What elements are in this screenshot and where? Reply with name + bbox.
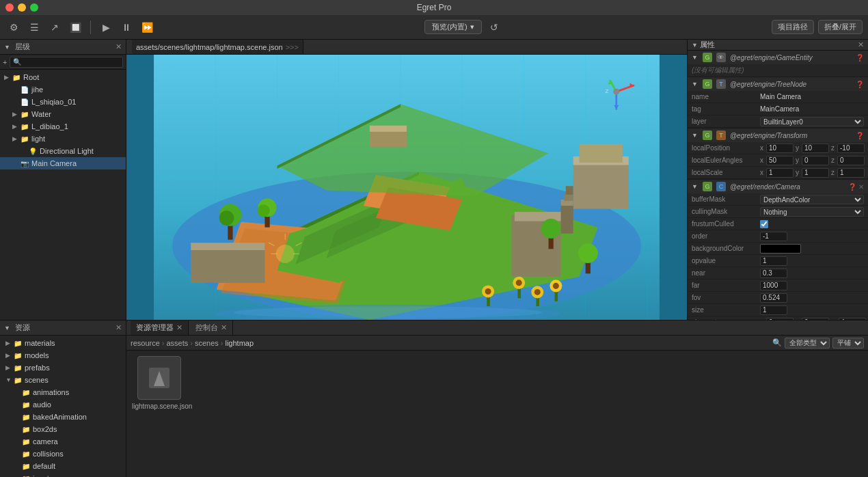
preview-button[interactable]: 预览(内置) ▾	[424, 20, 481, 34]
folder-path-button[interactable]: 项目路径	[772, 20, 814, 34]
tree-item-dirlight[interactable]: 💡 Directional Light	[0, 145, 126, 157]
tree-item-light[interactable]: ▶ 📁 light	[0, 133, 126, 145]
folder-default[interactable]: 📁 default	[0, 460, 126, 472]
ls-x-input[interactable]	[766, 168, 794, 178]
main-area: ▼ 层级 ✕ + ▶ 📁 Root 📄 jihe 📄 L_shiqiao_01	[0, 40, 868, 320]
folder-icon-default: 📁	[22, 463, 31, 470]
folder-models[interactable]: ▶ 📁 models	[0, 349, 126, 362]
folder-arrow-prefabs: ▶	[5, 364, 14, 371]
size-row: size	[688, 304, 868, 316]
refresh-button[interactable]: ↺	[486, 19, 502, 36]
treenode-header[interactable]: ▼ G T @egret/engine/TreeNode ❓	[688, 77, 868, 91]
ls-z-input[interactable]	[837, 168, 865, 178]
folder-box2ds[interactable]: 📁 box2ds	[0, 423, 126, 435]
buffermask-select[interactable]: DepthAndColor	[760, 195, 864, 204]
breadcrumb-resource[interactable]: resource	[131, 339, 160, 347]
tab-asset-manager[interactable]: 资源管理器 ✕	[131, 321, 189, 335]
gameentity-collapse-icon: ▼	[692, 54, 698, 61]
scene-viewport[interactable]: Z	[126, 55, 687, 320]
le-z-label: z	[831, 156, 835, 164]
asset-type-filter[interactable]: 全部类型	[785, 338, 830, 349]
order-input[interactable]	[760, 232, 787, 241]
svg-rect-49	[573, 159, 629, 208]
tab-console[interactable]: 控制台 ✕	[190, 321, 233, 335]
hierarchy-search[interactable]	[10, 57, 123, 68]
viewport-tab-item[interactable]: assets/scenes/lightmap/lightmap.scene.js…	[132, 40, 303, 54]
treenode-layer-select[interactable]: BuiltinLayer0	[760, 117, 864, 126]
transform-icons: ❓	[856, 132, 864, 139]
transform-header[interactable]: ▼ G T @egret/engine/Transform ❓	[688, 128, 868, 142]
viewport-panel: assets/scenes/lightmap/lightmap.scene.js…	[126, 40, 687, 320]
svg-point-39	[516, 280, 522, 286]
folder-audio[interactable]: 📁 audio	[0, 398, 126, 411]
tree-item-maincam[interactable]: 📷 Main Camera	[0, 157, 126, 169]
toolbar-icon-7[interactable]: ⏩	[139, 19, 155, 36]
near-input[interactable]	[760, 269, 787, 278]
order-row: order	[688, 230, 868, 243]
resources-close-icon[interactable]: ✕	[116, 323, 122, 332]
far-input[interactable]	[760, 281, 787, 290]
folder-animations[interactable]: 📁 animations	[0, 386, 126, 398]
folder-collisions[interactable]: 📁 collisions	[0, 448, 126, 460]
svg-point-45	[553, 283, 559, 289]
cullingmask-label: cullingMask	[692, 208, 760, 215]
breadcrumb-lightmap[interactable]: lightmap	[225, 339, 254, 347]
le-z-input[interactable]	[837, 156, 865, 165]
properties-close[interactable]: ✕	[858, 40, 864, 49]
tree-item-root[interactable]: ▶ 📁 Root	[0, 71, 126, 83]
localposition-label: localPosition	[692, 144, 760, 152]
toolbar-icon-1[interactable]: ⚙	[5, 19, 22, 36]
close-button[interactable]	[5, 3, 14, 12]
camera-collapse-icon: ▼	[692, 183, 698, 190]
lp-z-input[interactable]	[837, 144, 865, 153]
gameentity-header[interactable]: ▼ G 👁 @egret/engine/GameEntity ❓	[688, 51, 868, 64]
svg-rect-51	[580, 144, 623, 163]
asset-view-filter[interactable]: 平铺	[832, 338, 864, 349]
le-x-input[interactable]	[766, 156, 794, 165]
transform-collapse-icon: ▼	[692, 132, 698, 139]
lp-y-input[interactable]	[802, 144, 829, 153]
frustumculled-checkbox[interactable]	[760, 220, 768, 228]
tree-item-dibiao[interactable]: ▶ 📁 L_dibiao_1	[0, 120, 126, 133]
minimize-button[interactable]	[18, 3, 26, 12]
maximize-button[interactable]	[30, 3, 38, 12]
tree-arrow-dibiao: ▶	[12, 123, 21, 130]
add-icon[interactable]: +	[3, 58, 7, 66]
folder-bakedanim[interactable]: 📁 bakedAnimation	[0, 411, 126, 423]
folder-materials[interactable]: ▶ 📁 materials	[0, 337, 126, 349]
treenode-tag-label: tag	[692, 105, 760, 113]
toolbar-icon-4[interactable]: 🔲	[67, 19, 83, 36]
toolbar-icon-3[interactable]: ↗	[46, 19, 63, 36]
tab-console-close[interactable]: ✕	[221, 323, 227, 332]
camera-header[interactable]: ▼ G C @egret/render/Camera ❓ ✕	[688, 180, 868, 193]
folder-icon-water: 📁	[21, 111, 30, 118]
window-controls	[5, 3, 38, 12]
asset-item-lightmap[interactable]: lightmap.scene.json	[132, 356, 187, 472]
ls-y-input[interactable]	[802, 168, 829, 178]
size-input[interactable]	[760, 305, 787, 315]
fov-input[interactable]	[760, 293, 787, 303]
tree-item-water[interactable]: ▶ 📁 Water	[0, 108, 126, 120]
fold-expand-button[interactable]: 折叠/展开	[818, 20, 863, 34]
tree-item-shiqiao[interactable]: 📄 L_shiqiao_01	[0, 96, 126, 108]
opvalue-input[interactable]	[760, 256, 787, 266]
tab-asset-manager-close[interactable]: ✕	[176, 323, 182, 332]
folder-prefabs[interactable]: ▶ 📁 prefabs	[0, 362, 126, 374]
breadcrumb-scenes[interactable]: scenes	[195, 339, 219, 347]
folder-scenes[interactable]: ▼ 📁 scenes	[0, 374, 126, 386]
tree-item-jihe[interactable]: 📄 jihe	[0, 83, 126, 96]
toolbar-icon-6[interactable]: ⏸	[118, 19, 135, 36]
folder-icon-camera: 📁	[22, 438, 31, 446]
bgcolor-swatch[interactable]	[760, 244, 801, 254]
toolbar-icon-5[interactable]: ▶	[98, 19, 114, 36]
scene-gizmo[interactable]	[634, 60, 681, 108]
lp-x-input[interactable]	[766, 144, 794, 153]
folder-camera[interactable]: 📁 camera	[0, 435, 126, 448]
le-y-input[interactable]	[802, 156, 829, 165]
toolbar-icon-2[interactable]: ☰	[26, 19, 42, 36]
folder-input[interactable]: 📁 input	[0, 472, 126, 477]
hierarchy-close-icon[interactable]: ✕	[116, 42, 122, 51]
breadcrumb-assets[interactable]: assets	[166, 339, 188, 347]
treenode-tag-value: MainCamera	[760, 105, 864, 113]
cullingmask-select[interactable]: Nothing	[760, 207, 864, 217]
